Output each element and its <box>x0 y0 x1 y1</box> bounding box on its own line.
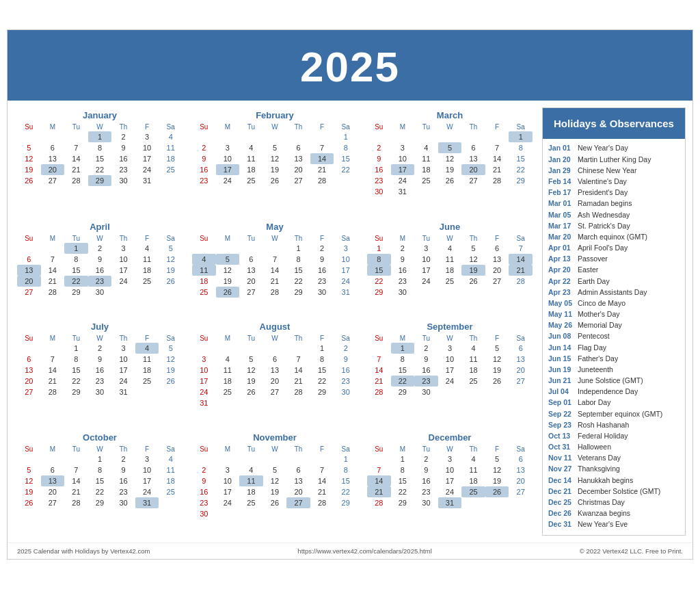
holiday-item: Mar 17St. Patrick's Day <box>548 221 679 231</box>
day-header: F <box>135 234 159 243</box>
month-block: DecemberSuMTuWThFSa123456789101112131415… <box>364 430 535 535</box>
month-table: SuMTuWThFSa12345678910111213141516171819… <box>367 334 533 397</box>
day-header: Sa <box>334 122 358 131</box>
month-block: AugustSuMTuWThFSa12345678910111213141516… <box>189 319 360 424</box>
holiday-name: Memorial Day <box>578 320 622 330</box>
day-header: W <box>438 234 462 243</box>
day-header: W <box>88 234 112 243</box>
day-cell: 1 <box>88 454 112 464</box>
day-header: Th <box>286 334 310 343</box>
holiday-date: Apr 20 <box>548 265 574 274</box>
day-header: Su <box>17 334 41 343</box>
day-cell: 31 <box>438 497 462 508</box>
day-cell: 15 <box>64 365 88 376</box>
day-cell: 7 <box>41 354 65 365</box>
day-cell: 19 <box>159 365 183 376</box>
day-cell: 5 <box>239 354 263 365</box>
day-header: Su <box>367 234 391 243</box>
day-cell: 9 <box>310 254 334 265</box>
day-cell: 2 <box>111 131 135 142</box>
day-cell: 30 <box>88 387 112 397</box>
day-cell: 18 <box>135 365 159 376</box>
holiday-date: Apr 23 <box>548 287 574 297</box>
day-cell: 9 <box>88 254 112 265</box>
day-cell: 28 <box>41 287 65 298</box>
holiday-date: Jun 19 <box>548 365 574 374</box>
day-cell: 19 <box>263 164 287 175</box>
day-cell: 7 <box>310 142 334 153</box>
day-cell <box>509 497 533 508</box>
day-cell: 18 <box>159 153 183 164</box>
month-title: March <box>367 110 533 120</box>
day-cell: 22 <box>391 486 415 497</box>
holiday-item: Dec 25Christmas Day <box>548 497 679 507</box>
day-cell: 11 <box>414 153 438 164</box>
day-cell: 9 <box>334 354 358 365</box>
day-cell: 28 <box>64 175 88 186</box>
day-header: Th <box>286 445 310 454</box>
day-header: F <box>485 445 509 454</box>
day-cell: 22 <box>88 164 112 175</box>
day-cell: 19 <box>159 265 183 276</box>
day-header: Su <box>192 334 216 343</box>
month-title: May <box>192 222 358 232</box>
day-cell: 25 <box>159 164 183 175</box>
day-cell: 8 <box>310 354 334 365</box>
day-header: Tu <box>64 445 88 454</box>
day-cell: 24 <box>391 175 415 186</box>
day-cell: 12 <box>438 153 462 164</box>
day-cell: 20 <box>509 365 533 376</box>
day-cell: 5 <box>263 142 287 153</box>
day-cell: 14 <box>485 153 509 164</box>
day-cell: 29 <box>334 497 358 508</box>
holiday-item: Dec 26Kwanzaa begins <box>548 508 679 518</box>
day-cell: 29 <box>64 387 88 397</box>
day-cell <box>135 287 159 298</box>
day-cell: 1 <box>286 243 310 254</box>
day-cell: 12 <box>239 365 263 376</box>
day-cell: 13 <box>509 464 533 475</box>
day-cell: 20 <box>286 486 310 497</box>
day-cell: 28 <box>310 175 334 186</box>
day-cell: 30 <box>414 497 438 508</box>
day-cell: 24 <box>111 376 135 387</box>
day-cell <box>367 454 391 464</box>
day-cell: 10 <box>111 254 135 265</box>
day-cell: 25 <box>135 276 159 287</box>
day-header: F <box>310 334 334 343</box>
day-header: Su <box>367 122 391 131</box>
day-cell: 19 <box>438 164 462 175</box>
day-cell: 25 <box>239 497 263 508</box>
day-cell: 6 <box>41 142 65 153</box>
day-cell: 20 <box>509 475 533 486</box>
day-cell <box>485 131 509 142</box>
day-cell: 6 <box>286 464 310 475</box>
day-header: W <box>263 334 287 343</box>
day-cell: 8 <box>509 142 533 153</box>
day-cell: 28 <box>286 387 310 397</box>
day-cell: 21 <box>41 376 65 387</box>
day-cell: 15 <box>367 265 391 276</box>
day-cell: 24 <box>414 276 438 287</box>
day-cell: 27 <box>239 287 263 298</box>
holiday-date: Feb 17 <box>548 187 574 197</box>
month-title: February <box>192 110 358 120</box>
day-cell: 18 <box>438 265 462 276</box>
day-cell: 6 <box>239 254 263 265</box>
day-cell: 13 <box>485 254 509 265</box>
day-cell: 13 <box>286 475 310 486</box>
day-cell: 9 <box>391 254 415 265</box>
day-header: Tu <box>239 122 263 131</box>
day-cell: 8 <box>334 464 358 475</box>
day-cell: 17 <box>216 164 240 175</box>
holiday-item: Jun 08Pentecost <box>548 331 679 341</box>
day-cell <box>286 508 310 519</box>
day-header: F <box>135 445 159 454</box>
holiday-name: New Year's Eve <box>578 519 628 529</box>
day-cell: 27 <box>286 175 310 186</box>
day-cell: 4 <box>414 142 438 153</box>
day-cell: 4 <box>461 454 485 464</box>
day-cell: 21 <box>64 486 88 497</box>
holiday-name: President's Day <box>578 187 628 197</box>
day-cell: 28 <box>367 497 391 508</box>
